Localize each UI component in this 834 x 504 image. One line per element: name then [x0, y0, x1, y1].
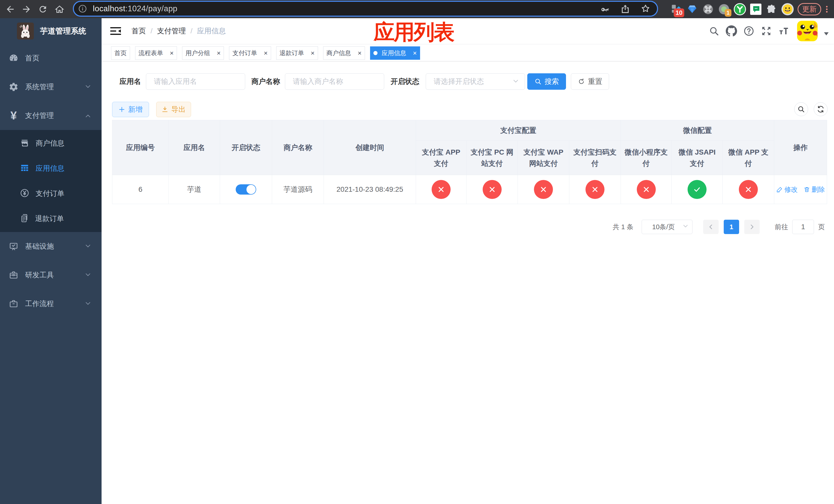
search-button[interactable]: 搜索	[527, 73, 566, 90]
reset-button[interactable]: 重置	[571, 73, 609, 90]
tab-refund-orders[interactable]: 退款订单 ×	[276, 46, 318, 60]
cell-alipay-pc	[466, 175, 518, 204]
cell-merchant: 芋道源码	[272, 175, 324, 204]
pagination: 共 1 条 10条/页 1 前往 页	[112, 220, 827, 234]
user-avatar[interactable]	[797, 21, 818, 41]
page-size-select[interactable]: 10条/页	[642, 220, 693, 234]
tab-process-form[interactable]: 流程表单 ×	[135, 46, 177, 60]
app-name-input[interactable]	[146, 73, 245, 90]
tab-close-icon[interactable]: ×	[311, 50, 315, 56]
extension-gem[interactable]	[684, 0, 700, 18]
export-button[interactable]: 导出	[156, 102, 191, 117]
tab-close-icon[interactable]: ×	[264, 50, 267, 56]
chat-square-icon	[750, 3, 762, 15]
goto-page-input[interactable]	[792, 220, 814, 234]
extension-chat[interactable]	[748, 0, 764, 18]
disabled-status-icon	[739, 180, 758, 199]
page-content: 应用名 商户名称 开启状态 请选择开启状态 搜索	[102, 61, 834, 504]
font-size-button[interactable]	[775, 18, 792, 44]
sidebar-item-infrastructure[interactable]: 基础设施	[0, 232, 102, 261]
tab-close-icon[interactable]: ×	[217, 50, 221, 56]
column-header-create-time: 创建时间	[324, 120, 416, 175]
browser-update-button[interactable]: 更新	[797, 3, 821, 15]
next-page-button[interactable]	[744, 220, 760, 234]
status-toggle[interactable]	[236, 184, 256, 194]
delete-button[interactable]: 删除	[804, 185, 825, 194]
sidebar-logo[interactable]: 芋道管理系统	[0, 18, 102, 44]
browser-menu-button[interactable]	[822, 0, 832, 18]
browser-forward-button[interactable]	[19, 0, 34, 18]
tab-payment-orders[interactable]: 支付订单 ×	[229, 46, 271, 60]
app-name-input-field[interactable]	[146, 74, 245, 90]
extension-command[interactable]	[700, 0, 716, 18]
breadcrumb-payment[interactable]: 支付管理	[157, 26, 186, 36]
tab-close-icon[interactable]: ×	[170, 50, 174, 56]
add-button[interactable]: 新增	[112, 102, 149, 117]
tab-app-info[interactable]: 应用信息 ×	[370, 46, 420, 60]
edit-button[interactable]: 修改	[776, 185, 798, 194]
tab-merchant-info[interactable]: 商户信息 ×	[323, 46, 365, 60]
merchant-name-label: 商户名称	[251, 77, 280, 86]
caret-down-icon[interactable]	[823, 31, 829, 38]
logo-avatar	[17, 23, 34, 40]
monitor-icon	[8, 241, 19, 251]
enabled-status-icon	[687, 180, 706, 199]
tab-home[interactable]: 首页	[111, 46, 130, 60]
address-bar[interactable]: localhost:1024/pay/app	[73, 1, 658, 17]
bookmark-star-icon[interactable]	[640, 3, 651, 14]
tab-label: 应用信息	[381, 49, 406, 57]
cell-wechat-app	[723, 175, 774, 204]
browser-back-button[interactable]	[3, 0, 18, 18]
merchant-name-input-field[interactable]	[285, 74, 384, 90]
share-icon[interactable]	[620, 4, 630, 14]
extensions-menu[interactable]	[764, 0, 780, 18]
sidebar-item-payment[interactable]: ¥ 支付管理	[0, 101, 102, 130]
show-search-toggle-button[interactable]	[794, 102, 808, 116]
github-link[interactable]	[723, 18, 740, 44]
goto-page-input-field[interactable]	[792, 220, 814, 234]
sidebar-item-payment-orders[interactable]: 支付订单	[0, 181, 102, 206]
column-header-merchant: 商户名称	[272, 120, 324, 175]
refresh-table-button[interactable]	[814, 102, 828, 116]
extension-status[interactable]: 1	[716, 0, 732, 18]
emoji-avatar-icon	[781, 3, 794, 16]
apps-table: 应用编号 应用名 开启状态 商户名称 创建时间 支付宝配置 微信配置 操作 支付…	[112, 120, 827, 204]
profile-avatar[interactable]	[780, 0, 795, 18]
sidebar-item-system[interactable]: 系统管理	[0, 72, 102, 101]
page-number-button[interactable]: 1	[724, 220, 739, 234]
prev-page-button[interactable]	[703, 220, 719, 234]
disabled-status-icon	[483, 180, 502, 199]
cell-status	[220, 175, 272, 204]
briefcase-icon	[8, 299, 19, 309]
sidebar-item-dev-tools[interactable]: 研发工具	[0, 261, 102, 290]
cell-create-time: 2021-10-23 08:49:25	[324, 175, 416, 204]
merchant-name-input[interactable]	[285, 73, 384, 90]
grid-table-icon	[20, 163, 29, 174]
tab-close-icon[interactable]: ×	[358, 50, 361, 56]
tab-close-icon[interactable]: ×	[413, 50, 417, 56]
sidebar-item-app-info[interactable]: 应用信息	[0, 156, 102, 181]
column-header-actions: 操作	[774, 120, 827, 175]
browser-home-button[interactable]	[52, 0, 67, 18]
sidebar-item-refund-orders[interactable]: 退款订单	[0, 206, 102, 231]
edit-button-label: 修改	[785, 185, 798, 194]
password-key-icon[interactable]	[600, 4, 610, 14]
fullscreen-button[interactable]	[758, 18, 775, 44]
sidebar-item-merchant-info[interactable]: 商户信息	[0, 131, 102, 156]
sidebar-item-workflow[interactable]: 工作流程	[0, 290, 102, 318]
extension-y-green[interactable]	[732, 0, 748, 18]
sidebar-item-home[interactable]: 首页	[0, 44, 102, 72]
breadcrumb-home[interactable]: 首页	[132, 26, 146, 36]
column-group-alipay: 支付宝配置	[416, 120, 621, 141]
status-select[interactable]: 请选择开启状态	[426, 73, 525, 90]
sidebar-item-label: 工作流程	[25, 299, 54, 308]
url-text: localhost:1024/pay/app	[93, 4, 600, 13]
extension-tampermonkey[interactable]: 10	[668, 0, 684, 18]
sidebar-toggle-button[interactable]	[109, 25, 122, 37]
search-button-label: 搜索	[545, 77, 559, 86]
site-info-icon[interactable]	[78, 4, 87, 13]
header-search-button[interactable]	[705, 18, 723, 44]
help-button[interactable]	[740, 18, 758, 44]
tab-user-group[interactable]: 用户分组 ×	[182, 46, 224, 60]
browser-reload-button[interactable]	[36, 0, 50, 18]
